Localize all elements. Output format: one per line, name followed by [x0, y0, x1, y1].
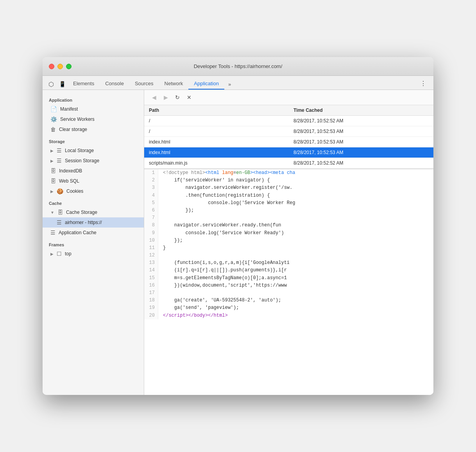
line-number: 13 — [144, 259, 158, 267]
sidebar-item-web-sql[interactable]: 🗄 Web SQL — [43, 176, 144, 186]
line-content: <!doctype html><html lang=en-GB><head><m… — [158, 169, 300, 177]
sidebar-item-application-cache[interactable]: ☰ Application Cache — [43, 228, 144, 238]
code-line: 10 }); — [144, 237, 433, 244]
line-content — [158, 289, 168, 297]
service-workers-icon: ⚙️ — [50, 116, 57, 122]
table-row[interactable]: /8/28/2017, 10:52:53 AM — [144, 126, 433, 137]
local-storage-arrow-icon: ▶ — [50, 149, 54, 153]
line-content: navigator.serviceWorker.register('/sw. — [158, 184, 297, 192]
sidebar-item-airhorner-label: airhorner - https:// — [65, 220, 102, 225]
airhorner-icon: ☰ — [57, 219, 62, 226]
tab-sources[interactable]: Sources — [129, 78, 159, 90]
code-line: 5 console.log('Service Worker Reg — [144, 199, 433, 207]
line-content: (i[r].q=i[r].q||[]).push(arguments)},i[r — [158, 267, 292, 274]
tab-application[interactable]: Application — [188, 78, 224, 90]
cell-path: index.html — [144, 137, 289, 147]
code-line: 8 navigator.serviceWorker.ready.then(fun — [144, 222, 433, 229]
line-number: 6 — [144, 207, 158, 214]
session-storage-icon: ☰ — [57, 158, 62, 164]
cell-time: 8/28/2017, 10:52:52 AM — [289, 116, 433, 126]
tab-elements[interactable]: Elements — [68, 78, 100, 90]
code-line: 7 — [144, 214, 433, 222]
line-number: 4 — [144, 192, 158, 199]
sidebar-item-airhorner[interactable]: ☰ airhorner - https:// — [43, 217, 144, 228]
sidebar-item-clear-storage-label: Clear storage — [59, 127, 87, 132]
code-line: 19 ga('send', 'pageview'); — [144, 304, 433, 312]
tab-network[interactable]: Network — [159, 78, 189, 90]
line-content: }); — [158, 207, 199, 214]
line-number: 18 — [144, 297, 158, 304]
line-number: 15 — [144, 274, 158, 282]
minimize-button[interactable] — [57, 64, 63, 69]
forward-button[interactable]: ▶ — [161, 92, 171, 102]
code-line: 20</script></body></html> — [144, 312, 433, 319]
cache-storage-icon: 🗄 — [57, 209, 63, 215]
line-number: 1 — [144, 169, 158, 177]
sidebar-item-cache-storage[interactable]: ▼ 🗄 Cache Storage — [43, 207, 144, 217]
line-content: ga('send', 'pageview'); — [158, 304, 243, 312]
maximize-button[interactable] — [66, 64, 72, 69]
sidebar-item-session-storage[interactable]: ▶ ☰ Session Storage — [43, 156, 144, 166]
table-row[interactable]: /8/28/2017, 10:52:52 AM — [144, 116, 433, 126]
sidebar-item-clear-storage[interactable]: 🗑 Clear storage — [43, 124, 144, 135]
line-content: }); — [158, 237, 187, 244]
cell-time: 8/28/2017, 10:52:53 AM — [289, 137, 433, 147]
refresh-button[interactable]: ↻ — [172, 92, 183, 102]
section-application-header: Application — [43, 93, 144, 104]
sidebar-item-cookies[interactable]: ▶ 🍪 Cookies — [43, 186, 144, 196]
cell-time: 8/28/2017, 10:52:52 AM — [289, 158, 433, 169]
cache-table: Path Time Cached /8/28/2017, 10:52:52 AM… — [144, 105, 433, 169]
sidebar-item-service-workers-label: Service Workers — [60, 117, 95, 122]
code-line: 2 if('serviceWorker' in navigator) { — [144, 177, 433, 184]
inspect-icon[interactable]: ⬡ — [46, 79, 57, 90]
sidebar: Application 📄 Manifest ⚙️ Service Worker… — [43, 90, 144, 395]
code-line: 15 m=s.getElementsByTagName(o)[0];a.asyn… — [144, 274, 433, 282]
cell-path: scripts/main.min.js — [144, 158, 289, 169]
sidebar-item-local-storage-label: Local Storage — [65, 148, 94, 153]
code-line: 13 (function(i,s,o,g,r,a,m){i['GoogleAna… — [144, 259, 433, 267]
sidebar-item-top[interactable]: ▶ ☐ top — [43, 249, 144, 259]
line-number: 11 — [144, 244, 158, 252]
code-panel: 1<!doctype html><html lang=en-GB><head><… — [144, 169, 433, 395]
line-number: 14 — [144, 267, 158, 274]
content-area: ◀ ▶ ↻ ✕ Path Time Cached /8/28/2017, 10:… — [144, 90, 433, 395]
code-line: 12 — [144, 252, 433, 259]
line-number: 10 — [144, 237, 158, 244]
table-row[interactable]: index.html8/28/2017, 10:52:53 AM — [144, 137, 433, 147]
code-line: 6 }); — [144, 207, 433, 214]
line-content: m=s.getElementsByTagName(o)[0];a.async=1 — [158, 274, 292, 282]
tab-more[interactable]: » — [224, 79, 235, 90]
table-row[interactable]: index.html8/28/2017, 10:52:53 AM — [144, 147, 433, 158]
col-path: Path — [144, 105, 289, 116]
cookies-icon: 🍪 — [57, 188, 63, 194]
close-button[interactable] — [49, 64, 54, 69]
line-content: (function(i,s,o,g,r,a,m){i['GoogleAnalyt… — [158, 259, 294, 267]
sidebar-item-web-sql-label: Web SQL — [59, 178, 79, 184]
line-content: console.log('Service Worker Reg — [158, 199, 300, 207]
code-line: 17 — [144, 289, 433, 297]
close-cache-button[interactable]: ✕ — [184, 92, 194, 102]
manifest-icon: 📄 — [50, 106, 57, 112]
code-line: 16 })(window,document,'script','https://… — [144, 282, 433, 289]
sidebar-item-local-storage[interactable]: ▶ ☰ Local Storage — [43, 145, 144, 156]
line-content: </script></body></html> — [158, 312, 233, 319]
sidebar-item-manifest[interactable]: 📄 Manifest — [43, 104, 144, 114]
more-options-icon[interactable]: ⋮ — [416, 77, 430, 90]
tab-console[interactable]: Console — [100, 78, 129, 90]
section-storage-header: Storage — [43, 135, 144, 145]
tab-bar: ⬡ 📱 Elements Console Sources Network App… — [43, 76, 433, 90]
sidebar-item-indexeddb[interactable]: 🗄 IndexedDB — [43, 166, 144, 176]
cell-time: 8/28/2017, 10:52:53 AM — [289, 147, 433, 158]
table-row[interactable]: scripts/main.min.js8/28/2017, 10:52:52 A… — [144, 158, 433, 169]
line-content: if('serviceWorker' in navigator) { — [158, 177, 275, 184]
device-icon[interactable]: 📱 — [57, 79, 68, 90]
traffic-lights — [49, 64, 72, 69]
back-button[interactable]: ◀ — [149, 92, 159, 102]
sidebar-item-manifest-label: Manifest — [60, 106, 78, 112]
application-cache-icon: ☰ — [50, 230, 55, 236]
sidebar-item-service-workers[interactable]: ⚙️ Service Workers — [43, 114, 144, 124]
sidebar-item-session-storage-label: Session Storage — [65, 158, 99, 163]
cell-path: index.html — [144, 147, 289, 158]
devtools-window: Developer Tools - https://airhorner.com/… — [43, 57, 433, 395]
code-line: 14 (i[r].q=i[r].q||[]).push(arguments)},… — [144, 267, 433, 274]
